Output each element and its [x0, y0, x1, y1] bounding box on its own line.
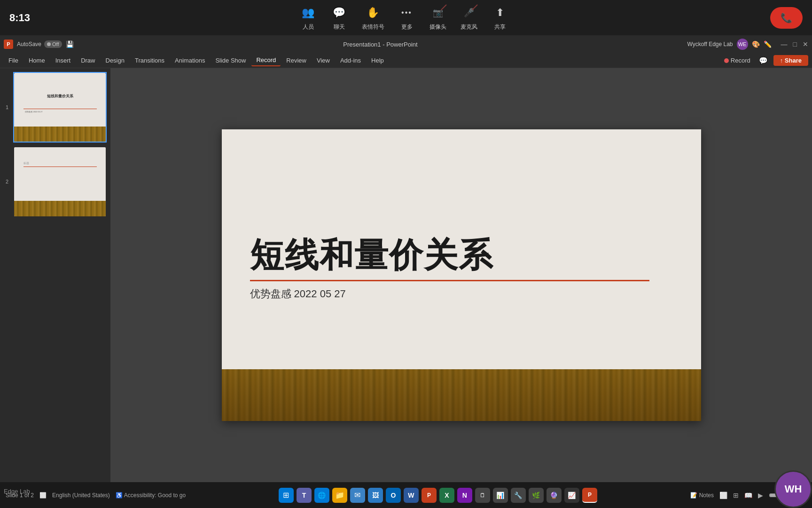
tab-review[interactable]: Review [281, 55, 311, 66]
people-btn[interactable]: 👥 人员 [300, 4, 317, 31]
taskbar-teams[interactable]: T [297, 488, 312, 503]
slide-thumb-2[interactable]: 2 标题 [13, 146, 107, 217]
user-name: Wyckoff Edge Lab [687, 41, 733, 48]
record-dot-icon [724, 58, 729, 63]
taskbar-word[interactable]: W [404, 488, 419, 503]
tab-slideshow[interactable]: Slide Show [211, 55, 250, 66]
taskbar-apps: ⊞ T 🌐 📁 ✉ 🖼 O W P X N 🗒 📊 🔧 🌿 🔮 📈 P [279, 488, 597, 503]
taskbar-app17[interactable]: 📈 [564, 488, 579, 503]
chat-btn[interactable]: 💬 聊天 [331, 4, 348, 31]
tab-design[interactable]: Design [101, 55, 129, 66]
edge-lab-label: Edge Lab [4, 488, 30, 495]
emoji-icon: ✋ [365, 4, 382, 21]
end-call-button[interactable]: 📞 [770, 7, 803, 29]
more-btn[interactable]: ••• 更多 [398, 4, 415, 31]
thumb-line-1 [23, 109, 97, 109]
taskbar-app14[interactable]: 🔧 [511, 488, 526, 503]
slide-subtitle[interactable]: 优势盘感 2022 05 27 [250, 287, 346, 301]
taskbar-app13[interactable]: 📊 [493, 488, 508, 503]
slide-canvas[interactable]: 短线和量价关系 优势盘感 2022 05 27 [222, 129, 701, 421]
taskbar-edge[interactable]: 🌐 [314, 488, 329, 503]
taskbar-photos[interactable]: 🖼 [368, 488, 383, 503]
mic-label: 麦克风 [461, 23, 477, 31]
slide-red-line [250, 280, 649, 281]
thumb-wood-1 [14, 127, 106, 142]
taskbar-explorer[interactable]: 📁 [332, 488, 347, 503]
tab-home[interactable]: Home [24, 55, 50, 66]
taskbar-onenote[interactable]: N [457, 488, 472, 503]
meeting-time: 8:13 [9, 12, 38, 24]
meeting-controls: 👥 人员 💬 聊天 ✋ 表情符号 ••• 更多 📷 摄像头 🎤 [38, 4, 770, 31]
comments-button[interactable]: 💬 [757, 56, 770, 66]
taskbar-excel[interactable]: X [439, 488, 454, 503]
maximize-button[interactable]: □ [793, 40, 797, 48]
share-label: Share [785, 57, 802, 64]
view-icon: ⬜ [39, 492, 47, 499]
accessibility-icon: ♿ [116, 492, 123, 499]
taskbar-mail[interactable]: ✉ [350, 488, 365, 503]
tab-record[interactable]: Record [251, 55, 281, 66]
notes-icon: 📝 [690, 492, 697, 499]
reading-view-button[interactable]: 📖 [744, 492, 752, 499]
status-left: Slide 1 of 2 ⬜ English (United States) ♿… [6, 492, 186, 499]
slide-sorter-button[interactable]: ⊞ [733, 492, 739, 499]
mic-icon: 🎤 [461, 4, 477, 21]
taskbar-ppt[interactable]: P [422, 488, 437, 503]
emoji-label: 表情符号 [362, 23, 384, 31]
slide-panel: 1 短线和量价关系 优势盘感 2022 05 27 2 标题 [0, 68, 110, 482]
ppt-logo: P [4, 40, 13, 49]
normal-view-button[interactable]: ⬜ [719, 492, 727, 499]
ribbon-right: Record 💬 ↑ Share [721, 55, 808, 66]
taskbar-ppt-active[interactable]: P [582, 488, 597, 503]
ppt-titlebar: P AutoSave Off 💾 Presentation1 - PowerPo… [0, 35, 812, 53]
slideshow-view-button[interactable]: ▶ [758, 492, 763, 499]
status-bar: Slide 1 of 2 ⬜ English (United States) ♿… [0, 482, 812, 508]
slide-main-title[interactable]: 短线和量价关系 [250, 233, 493, 278]
tab-animations[interactable]: Animations [170, 55, 210, 66]
share-screen-label: 共享 [494, 23, 506, 31]
share-screen-btn[interactable]: ⬆ 共享 [492, 4, 508, 31]
mic-btn[interactable]: 🎤 麦克风 [461, 4, 477, 31]
taskbar-windows[interactable]: ⊞ [279, 488, 294, 503]
thumb-title-1: 短线和量价关系 [47, 94, 73, 99]
designer-icon[interactable]: 🎨 [752, 40, 760, 48]
camera-btn[interactable]: 📷 摄像头 [429, 4, 446, 31]
share-button[interactable]: ↑ Share [773, 55, 808, 66]
people-label: 人员 [303, 23, 314, 31]
taskbar-outlook[interactable]: O [386, 488, 401, 503]
close-button[interactable]: ✕ [803, 40, 808, 48]
edit-icon[interactable]: ✏️ [764, 40, 772, 48]
top-meeting-bar: 8:13 👥 人员 💬 聊天 ✋ 表情符号 ••• 更多 📷 摄像头 🎤 [0, 0, 812, 35]
notes-button[interactable]: 📝 Notes [690, 492, 714, 499]
tab-file[interactable]: File [4, 55, 23, 66]
minimize-button[interactable]: — [781, 40, 788, 48]
tab-insert[interactable]: Insert [51, 55, 76, 66]
chat-icon: 💬 [331, 4, 348, 21]
taskbar-app15[interactable]: 🌿 [529, 488, 544, 503]
taskbar-app12[interactable]: 🗒 [475, 488, 490, 503]
slide-thumb-1[interactable]: 1 短线和量价关系 优势盘感 2022 05 27 [13, 72, 107, 143]
avatar-initials: WH [785, 483, 802, 495]
slide-num-2: 2 [6, 179, 8, 184]
emoji-btn[interactable]: ✋ 表情符号 [362, 4, 384, 31]
autosave-toggle[interactable]: Off [44, 40, 62, 48]
avatar-circle: WH [774, 470, 812, 508]
tab-help[interactable]: Help [367, 55, 389, 66]
tab-view[interactable]: View [312, 55, 335, 66]
save-icon[interactable]: 💾 [66, 40, 74, 48]
more-icon: ••• [398, 4, 415, 21]
record-button[interactable]: Record [721, 56, 753, 65]
record-label: Record [731, 57, 750, 64]
toggle-indicator [47, 42, 51, 46]
thumb-title-2: 标题 [23, 161, 29, 166]
camera-label: 摄像头 [429, 23, 446, 31]
ppt-doc-title: Presentation1 - PowerPoint [78, 41, 684, 48]
tab-transitions[interactable]: Transitions [130, 55, 169, 66]
autosave-label: AutoSave [17, 41, 41, 48]
accessibility-badge: ♿ Accessibility: Good to go [116, 492, 186, 499]
ppt-user-area: Wyckoff Edge Lab WE 🎨 ✏️ [687, 39, 771, 50]
taskbar-app16[interactable]: 🔮 [547, 488, 562, 503]
ppt-window-controls: — □ ✕ [781, 40, 808, 48]
tab-draw[interactable]: Draw [76, 55, 100, 66]
tab-addins[interactable]: Add-ins [336, 55, 366, 66]
